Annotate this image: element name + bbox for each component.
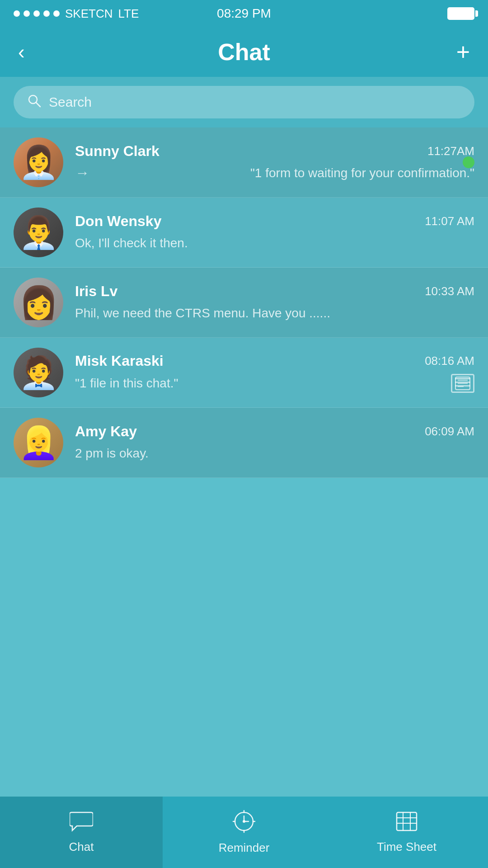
contact-name: Don Wensky bbox=[75, 213, 161, 230]
contact-name: Misk Karaski bbox=[75, 353, 164, 369]
chat-time: 06:09 AM bbox=[425, 425, 474, 439]
chat-item-misk-karaski[interactable]: Misk Karaski 08:16 AM "1 file in this ch… bbox=[0, 338, 488, 408]
chat-time: 10:33 AM bbox=[425, 284, 474, 298]
chat-info: Amy Kay 06:09 AM 2 pm is okay. bbox=[75, 423, 474, 462]
online-indicator bbox=[463, 156, 474, 168]
chat-list: Sunny Clark 11:27AM → "1 form to waiting… bbox=[0, 127, 488, 478]
chat-tab-icon bbox=[70, 811, 93, 835]
app-header: ‹ Chat + bbox=[0, 27, 488, 77]
chat-info: Iris Lv 10:33 AM Phil, we need the CTRS … bbox=[75, 283, 474, 322]
reminder-tab-icon bbox=[232, 810, 256, 836]
avatar bbox=[14, 348, 63, 397]
chat-info: Sunny Clark 11:27AM → "1 form to waiting… bbox=[75, 143, 474, 182]
search-bar[interactable]: Search bbox=[14, 86, 474, 118]
avatar bbox=[14, 208, 63, 257]
battery-icon bbox=[447, 7, 474, 20]
add-button[interactable]: + bbox=[456, 40, 470, 64]
status-right bbox=[447, 7, 474, 20]
chat-preview: "1 file in this chat." bbox=[75, 374, 178, 392]
tab-timesheet-label: Time Sheet bbox=[377, 840, 436, 854]
chat-top: Iris Lv 10:33 AM bbox=[75, 283, 474, 300]
search-container: Search bbox=[0, 77, 488, 127]
chat-time: 08:16 AM bbox=[425, 354, 474, 368]
search-placeholder[interactable]: Search bbox=[49, 94, 92, 110]
back-button[interactable]: ‹ bbox=[18, 41, 25, 63]
status-left: SKETCN LTE bbox=[14, 7, 139, 21]
chat-preview-row: "1 file in this chat." bbox=[75, 374, 474, 393]
contact-name: Iris Lv bbox=[75, 283, 117, 300]
svg-rect-14 bbox=[397, 812, 417, 830]
chat-preview: "1 form to waiting for your confirmation… bbox=[250, 164, 474, 182]
avatar bbox=[14, 278, 63, 327]
avatar bbox=[14, 137, 63, 187]
network-type: LTE bbox=[118, 7, 139, 21]
chat-item-sunny-clark[interactable]: Sunny Clark 11:27AM → "1 form to waiting… bbox=[0, 127, 488, 198]
chat-preview: Ok, I'll check it then. bbox=[75, 234, 474, 252]
signal-dots bbox=[14, 10, 60, 17]
chat-time: 11:07 AM bbox=[425, 214, 474, 228]
tab-timesheet[interactable]: Time Sheet bbox=[325, 797, 488, 868]
signal-dot-1 bbox=[14, 10, 20, 17]
chat-preview: 2 pm is okay. bbox=[75, 444, 474, 462]
signal-dot-3 bbox=[33, 10, 40, 17]
signal-dot-4 bbox=[43, 10, 50, 17]
page-title: Chat bbox=[218, 38, 270, 66]
status-time: 08:29 PM bbox=[217, 6, 271, 21]
chat-info: Misk Karaski 08:16 AM "1 file in this ch… bbox=[75, 353, 474, 393]
tab-chat-label: Chat bbox=[69, 840, 94, 854]
chat-preview: Phil, we need the CTRS menu. Have you ..… bbox=[75, 304, 474, 322]
chat-item-amy-kay[interactable]: Amy Kay 06:09 AM 2 pm is okay. bbox=[0, 408, 488, 478]
svg-line-1 bbox=[36, 103, 40, 107]
chat-item-don-wensky[interactable]: Don Wensky 11:07 AM Ok, I'll check it th… bbox=[0, 198, 488, 268]
chat-top: Sunny Clark 11:27AM bbox=[75, 143, 474, 160]
chat-preview-row: → "1 form to waiting for your confirmati… bbox=[75, 164, 474, 182]
chat-item-iris-lv[interactable]: Iris Lv 10:33 AM Phil, we need the CTRS … bbox=[0, 268, 488, 338]
avatar bbox=[14, 418, 63, 467]
signal-dot-2 bbox=[23, 10, 30, 17]
timesheet-tab-icon bbox=[395, 811, 418, 835]
chat-top: Misk Karaski 08:16 AM bbox=[75, 353, 474, 369]
forward-arrow-icon: → bbox=[75, 165, 89, 181]
search-icon bbox=[27, 94, 42, 111]
contact-name: Amy Kay bbox=[75, 423, 137, 440]
chat-top: Amy Kay 06:09 AM bbox=[75, 423, 474, 440]
status-bar: SKETCN LTE 08:29 PM bbox=[0, 0, 488, 27]
tab-reminder-label: Reminder bbox=[219, 841, 270, 855]
file-attachment-icon bbox=[451, 374, 474, 393]
chat-info: Don Wensky 11:07 AM Ok, I'll check it th… bbox=[75, 213, 474, 252]
contact-name: Sunny Clark bbox=[75, 143, 160, 160]
carrier-name: SKETCN bbox=[65, 7, 113, 21]
tab-reminder[interactable]: Reminder bbox=[163, 797, 325, 868]
chat-top: Don Wensky 11:07 AM bbox=[75, 213, 474, 230]
tab-bar: Chat Reminder bbox=[0, 797, 488, 868]
signal-dot-5 bbox=[53, 10, 60, 17]
tab-chat[interactable]: Chat bbox=[0, 797, 163, 868]
